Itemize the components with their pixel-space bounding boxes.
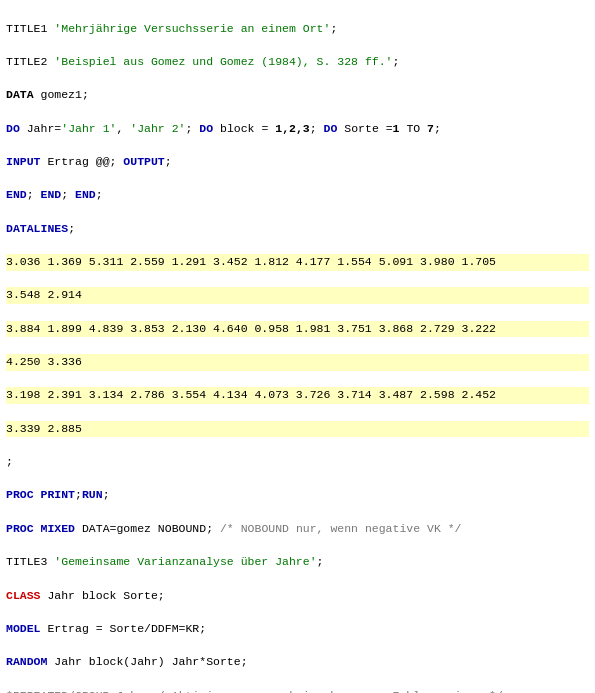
code-editor: TITLE1 'Mehrjährige Versuchsserie an ein… xyxy=(0,0,595,693)
line-4: DO Jahr='Jahr 1', 'Jahr 2'; DO block = 1… xyxy=(6,121,589,138)
line-18: CLASS Jahr block Sorte; xyxy=(6,588,589,605)
line-14: ; xyxy=(6,454,589,471)
line-2: TITLE2 'Beispiel aus Gomez und Gomez (19… xyxy=(6,54,589,71)
line-20: RANDOM Jahr block(Jahr) Jahr*Sorte; xyxy=(6,654,589,671)
data-line-12: 3.198 2.391 3.134 2.786 3.554 4.134 4.07… xyxy=(6,387,589,404)
data-line-9: 3.548 2.914 xyxy=(6,287,589,304)
line-21: *REPEATED/GROUP=Jahr; / Aktivieren, wenn… xyxy=(6,688,589,693)
data-line-13: 3.339 2.885 xyxy=(6,421,589,438)
line-6: END; END; END; xyxy=(6,187,589,204)
line-16: PROC MIXED DATA=gomez NOBOUND; /* NOBOUN… xyxy=(6,521,589,538)
line-19: MODEL Ertrag = Sorte/DDFM=KR; xyxy=(6,621,589,638)
line-3: DATA gomez1; xyxy=(6,87,589,104)
line-5: INPUT Ertrag @@; OUTPUT; xyxy=(6,154,589,171)
data-line-10: 3.884 1.899 4.839 3.853 2.130 4.640 0.95… xyxy=(6,321,589,338)
data-line-11: 4.250 3.336 xyxy=(6,354,589,371)
line-1: TITLE1 'Mehrjährige Versuchsserie an ein… xyxy=(6,21,589,38)
line-17: TITLE3 'Gemeinsame Varianzanalyse über J… xyxy=(6,554,589,571)
line-15: PROC PRINT;RUN; xyxy=(6,487,589,504)
data-line-8: 3.036 1.369 5.311 2.559 1.291 3.452 1.81… xyxy=(6,254,589,271)
line-7: DATALINES; xyxy=(6,221,589,238)
